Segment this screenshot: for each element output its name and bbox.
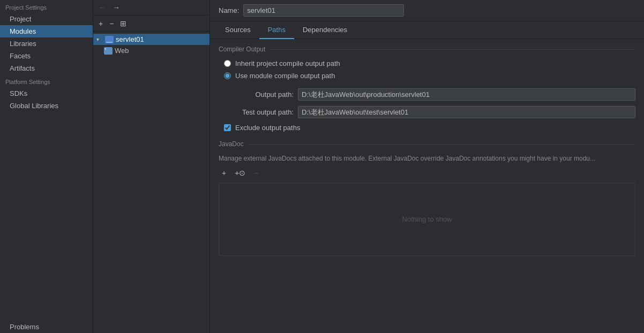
module-icon [105, 36, 114, 43]
javadoc-area: Nothing to show [219, 183, 635, 256]
remove-module-button[interactable]: − [107, 18, 116, 29]
tree-toolbar: + − ⊞ [93, 16, 209, 32]
main-content: Compiler Output Inherit project compile … [210, 39, 644, 333]
output-path-row: Output path: [219, 88, 635, 101]
javadoc-toolbar: + +⊙ − [219, 168, 635, 178]
sidebar-item-global-libraries[interactable]: Global Libraries [0, 100, 93, 112]
tree-item-label: servlet01 [116, 35, 144, 43]
sidebar-item-project[interactable]: Project [0, 13, 93, 25]
test-output-path-input[interactable] [298, 106, 635, 118]
tab-dependencies[interactable]: Dependencies [294, 21, 356, 39]
tree-content: ▾ servlet01 Web [93, 32, 209, 58]
radio-use-module-text: Use module compile output path [235, 72, 335, 80]
nothing-to-show: Nothing to show [219, 183, 635, 255]
javadoc-remove-button[interactable]: − [251, 168, 261, 178]
sidebar-item-sdks[interactable]: SDKs [0, 87, 93, 100]
tree-arrow: ▾ [96, 36, 103, 42]
name-input[interactable] [243, 4, 404, 17]
project-settings-section: Project Settings [0, 0, 93, 13]
web-icon [104, 47, 113, 55]
platform-settings-section: Platform Settings [0, 74, 93, 87]
javadoc-section: JavaDoc Manage external JavaDocs attache… [219, 140, 635, 256]
sidebar-item-modules[interactable]: Modules [0, 25, 93, 37]
javadoc-description: Manage external JavaDocs attached to thi… [219, 154, 635, 163]
sidebar-item-artifacts[interactable]: Artifacts [0, 62, 93, 74]
test-output-path-label: Test output path: [224, 108, 294, 116]
radio-group: Inherit project compile output path Use … [219, 59, 635, 80]
name-row: Name: [210, 0, 644, 21]
output-path-input[interactable] [298, 88, 635, 101]
sidebar: Project Settings Project Modules Librari… [0, 0, 93, 333]
radio-use-module-input[interactable] [224, 72, 231, 79]
radio-inherit-label[interactable]: Inherit project compile output path [224, 59, 635, 67]
radio-use-module-label[interactable]: Use module compile output path [224, 72, 635, 80]
radio-inherit-text: Inherit project compile output path [235, 59, 340, 67]
copy-module-button[interactable]: ⊞ [118, 18, 129, 29]
tree-child-label: Web [115, 47, 129, 55]
tree-panel: ← → + − ⊞ ▾ servlet01 Web [93, 0, 210, 333]
sidebar-item-libraries[interactable]: Libraries [0, 37, 93, 50]
exclude-checkbox[interactable] [224, 124, 231, 131]
tree-item-web[interactable]: Web [93, 45, 209, 56]
add-module-button[interactable]: + [96, 18, 105, 29]
sidebar-item-problems[interactable]: Problems [0, 321, 93, 333]
name-label: Name: [219, 6, 239, 14]
back-button[interactable]: ← [96, 2, 108, 13]
forward-button[interactable]: → [110, 2, 122, 13]
nav-arrows: ← → [93, 0, 209, 16]
tab-sources[interactable]: Sources [216, 21, 259, 39]
tree-item-servlet01[interactable]: ▾ servlet01 [93, 34, 209, 45]
content-panel: Name: Sources Paths Dependencies Compile… [210, 0, 644, 333]
javadoc-section-title: JavaDoc [219, 140, 635, 148]
radio-inherit-input[interactable] [224, 60, 231, 67]
exclude-checkbox-label: Exclude output paths [235, 124, 300, 132]
sidebar-item-facets[interactable]: Facets [0, 50, 93, 62]
compiler-output-section: Compiler Output [219, 46, 635, 53]
output-path-label: Output path: [224, 90, 294, 99]
javadoc-add-button[interactable]: + [219, 168, 229, 178]
test-output-path-row: Test output path: [219, 106, 635, 118]
exclude-checkbox-row: Exclude output paths [219, 124, 635, 132]
tab-paths[interactable]: Paths [259, 21, 294, 39]
javadoc-add-from-button[interactable]: +⊙ [231, 168, 249, 178]
tabs-row: Sources Paths Dependencies [210, 21, 644, 39]
